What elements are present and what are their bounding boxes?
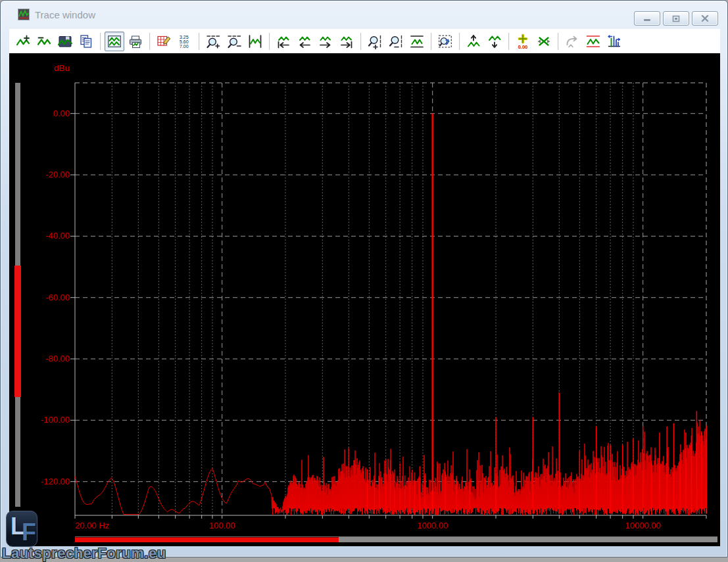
toolbar-separator	[459, 33, 460, 50]
x-axis-label: 20.00 Hz	[75, 521, 109, 530]
toolbar-separator	[431, 33, 431, 50]
screenshot-root: Trace window 3.255.607.000.00	[0, 0, 728, 562]
edit-values-icon	[156, 34, 172, 49]
x-axis-label: 100.00	[209, 521, 235, 530]
toolbar-scroll-right-button[interactable]	[316, 32, 335, 51]
shift-down-icon	[487, 34, 502, 49]
watermark-site-text: LautsprecherForum.eu	[2, 545, 168, 562]
scroll-right-icon	[318, 34, 333, 49]
toolbar-separator	[558, 33, 558, 50]
watermark-logo-letter-f: F	[22, 519, 36, 546]
toolbar-save-trace-button[interactable]	[55, 32, 75, 51]
toolbar-redo-disabled-button[interactable]	[562, 32, 582, 51]
toolbar-edit-values-button[interactable]	[154, 32, 174, 51]
trace-window: Trace window 3.255.607.000.00	[0, 0, 728, 557]
svg-text:0.00: 0.00	[518, 43, 528, 49]
toolbar-separator	[149, 33, 150, 50]
minimize-icon	[643, 14, 652, 22]
toolbar-fit-x-button[interactable]	[245, 32, 265, 51]
trace-limits-icon	[585, 34, 601, 49]
toolbar-remove-trace-button[interactable]	[34, 32, 54, 51]
toolbar-separator	[100, 33, 101, 50]
restore-button[interactable]	[663, 11, 689, 26]
toolbar-separator	[269, 33, 270, 50]
toolbar-show-traces-button[interactable]	[105, 32, 124, 51]
toolbar-scroll-left-button[interactable]	[295, 32, 314, 51]
y-axis-label: -40.00	[30, 231, 70, 241]
toolbar-zoom-out-y-button[interactable]	[386, 32, 406, 51]
toolbar-zoom-in-y-button[interactable]	[365, 32, 385, 51]
scroll-left-end-icon	[276, 34, 291, 49]
toolbar-zoom-in-x-button[interactable]	[203, 32, 223, 51]
window-controls	[634, 11, 718, 26]
y-axis-label: -120.00	[30, 477, 70, 486]
trace-options-icon	[606, 34, 622, 49]
close-button[interactable]	[692, 11, 718, 26]
zoom-out-x-icon	[226, 34, 242, 49]
x-axis-label: 1000.00	[417, 521, 448, 530]
y-axis-label: -20.00	[30, 170, 70, 179]
shift-up-icon	[466, 34, 481, 49]
toolbar-shift-up-button[interactable]	[464, 32, 483, 51]
toolbar-clear-offset-button[interactable]	[534, 32, 554, 51]
close-icon	[700, 14, 710, 22]
titlebar[interactable]: Trace window	[1, 1, 727, 28]
spectrum-plot[interactable]	[9, 53, 720, 546]
minimize-button[interactable]	[634, 11, 660, 26]
scroll-right-end-icon	[339, 34, 354, 49]
horizontal-scrollbar-thumb[interactable]	[75, 537, 339, 542]
svg-text:5.60: 5.60	[180, 39, 189, 44]
window-title: Trace window	[35, 9, 95, 20]
toolbar-zoom-out-x-button[interactable]	[224, 32, 244, 51]
zoom-in-x-icon	[205, 34, 221, 49]
toolbar-copy-trace-button[interactable]	[76, 32, 96, 51]
x-axis-label: 10000.00	[625, 521, 661, 530]
plot-client-area: dBu 0.00-20.00-40.00-60.00-80.00-100.00-…	[9, 53, 720, 546]
toolbar: 3.255.607.000.00	[9, 29, 720, 53]
toolbar-add-offset-button[interactable]: 0.00	[513, 32, 533, 51]
zoom-out-y-icon	[388, 34, 404, 49]
scroll-left-icon	[297, 34, 312, 49]
vertical-scrollbar[interactable]	[15, 83, 20, 507]
y-axis-label: -100.00	[30, 415, 70, 425]
restore-icon	[671, 14, 681, 23]
y-axis-label: 0.00	[30, 108, 70, 118]
toolbar-scroll-right-end-button[interactable]	[337, 32, 356, 51]
toolbar-separator	[360, 33, 361, 50]
fit-x-icon	[247, 34, 263, 49]
svg-text:3.25: 3.25	[180, 35, 189, 39]
print-trace-icon	[128, 34, 143, 49]
toolbar-print-trace-button[interactable]	[126, 32, 145, 51]
toolbar-value-list-button[interactable]: 3.255.607.00	[175, 32, 195, 51]
toolbar-add-trace-button[interactable]	[13, 32, 33, 51]
show-traces-icon	[107, 34, 122, 49]
clear-offset-icon	[536, 34, 552, 49]
app-window-icon	[18, 9, 30, 20]
toolbar-scroll-left-end-button[interactable]	[274, 32, 293, 51]
vertical-scrollbar-thumb[interactable]	[14, 266, 21, 397]
fit-y-icon	[409, 34, 425, 49]
toolbar-trace-options-button[interactable]	[604, 32, 624, 51]
save-trace-icon	[57, 34, 73, 49]
y-axis-label: -80.00	[30, 354, 70, 363]
horizontal-scrollbar[interactable]	[75, 536, 717, 542]
toolbar-separator	[199, 33, 199, 50]
copy-trace-icon	[78, 34, 94, 49]
add-offset-icon: 0.00	[515, 34, 531, 49]
y-axis-label: -60.00	[30, 293, 70, 302]
toolbar-fit-y-button[interactable]	[407, 32, 427, 51]
zoom-selection-icon	[437, 34, 453, 49]
value-list-icon: 3.255.607.00	[177, 34, 193, 49]
redo-disabled-icon	[564, 34, 580, 49]
add-trace-icon	[15, 34, 31, 49]
watermark-logo: L F	[6, 511, 37, 547]
toolbar-shift-down-button[interactable]	[485, 32, 504, 51]
svg-text:7.00: 7.00	[180, 44, 189, 49]
toolbar-trace-limits-button[interactable]	[583, 32, 603, 51]
zoom-in-y-icon	[367, 34, 383, 49]
toolbar-zoom-selection-button[interactable]	[435, 32, 455, 51]
toolbar-separator	[508, 33, 509, 50]
remove-trace-icon	[36, 34, 52, 49]
